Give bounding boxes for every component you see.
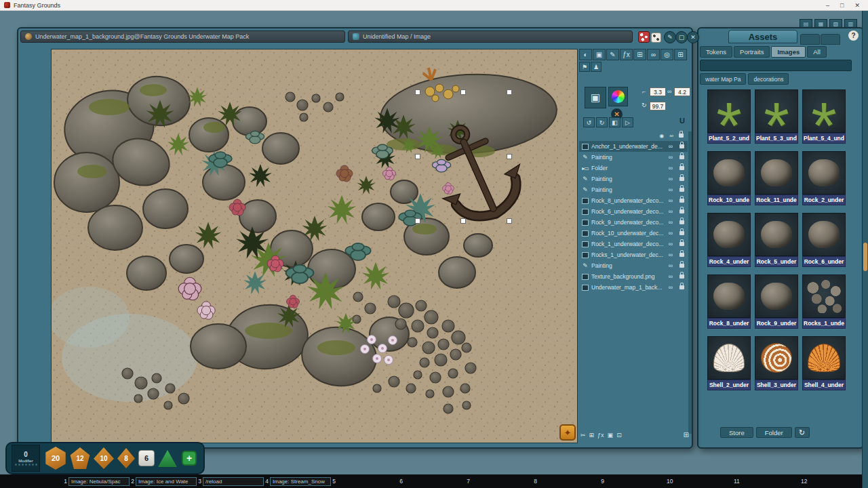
- hotbar-slot[interactable]: 4 Image: Stream_Snow: [264, 474, 331, 488]
- asset-item[interactable]: Rock_10_unde: [707, 151, 751, 205]
- layer-row[interactable]: Anchor_1_underwater_de...: [579, 141, 688, 152]
- visibility-column-icon[interactable]: ◉: [659, 133, 664, 139]
- aspect-link-icon[interactable]: ∞: [667, 88, 671, 95]
- layer-link-icon[interactable]: [666, 241, 675, 247]
- hotbar-slot[interactable]: 1 Image: Nebula/Spac: [62, 474, 130, 488]
- layer-row[interactable]: Folder: [579, 163, 688, 174]
- window-close-button[interactable]: ✕: [687, 31, 699, 43]
- tool-icon[interactable]: ⊞: [674, 49, 687, 60]
- assets-title-tab[interactable]: Assets: [728, 30, 797, 43]
- layer-row[interactable]: Underwater_map_1_back...: [579, 282, 688, 293]
- stamp-icon[interactable]: ⊡: [616, 432, 622, 439]
- assets-tab[interactable]: Portraits: [734, 46, 770, 58]
- hotbar-slot-label[interactable]: Image: Nebula/Spac: [68, 477, 130, 486]
- layer-lock-icon[interactable]: [679, 253, 684, 257]
- map-window-tab-source[interactable]: Underwater_map_1_background.jpg@Fantasy …: [20, 30, 345, 43]
- tool-icon[interactable]: ✎: [606, 49, 619, 60]
- window-edit-button[interactable]: ✎: [664, 31, 676, 43]
- assets-tab[interactable]: Tokens: [700, 46, 732, 58]
- layer-lock-icon[interactable]: [679, 285, 684, 289]
- map-canvas[interactable]: ✦: [51, 49, 578, 443]
- asset-item[interactable]: Rock_11_unde: [755, 151, 798, 205]
- asset-item[interactable]: Rock_4_under: [707, 213, 751, 267]
- cut-icon[interactable]: ✂: [580, 432, 586, 439]
- hotbar-slot[interactable]: 11: [734, 474, 801, 488]
- asset-item[interactable]: Shell_4_under: [802, 336, 846, 390]
- layer-row[interactable]: Rock_6_underwater_deco...: [579, 206, 688, 217]
- tool-icon[interactable]: ◎: [660, 49, 673, 60]
- layer-lock-icon[interactable]: [679, 264, 684, 268]
- asset-item[interactable]: Rocks_1_unde: [802, 274, 846, 329]
- asset-item[interactable]: Rock_6_under: [802, 213, 846, 267]
- assets-search-input[interactable]: [700, 60, 852, 71]
- map-window-tab-image[interactable]: Unidentified Map / Image: [348, 30, 633, 43]
- hotbar-slot[interactable]: 3 /reload: [197, 474, 264, 488]
- history-icon[interactable]: ↻: [596, 117, 608, 127]
- hotbar-slot[interactable]: 12: [801, 474, 868, 488]
- close-icon[interactable]: ✕: [854, 2, 860, 9]
- history-icon[interactable]: ↺: [583, 117, 595, 127]
- asset-item[interactable]: Rock_8_under: [707, 274, 751, 329]
- tool-icon[interactable]: ƒx: [620, 49, 633, 60]
- asset-item[interactable]: Rock_9_under: [755, 274, 798, 329]
- image-slot-icon[interactable]: ▣: [585, 87, 606, 108]
- breadcrumb-button[interactable]: decorations: [748, 73, 789, 85]
- image-layer-icon[interactable]: ▣: [608, 432, 614, 439]
- help-icon[interactable]: ?: [848, 30, 859, 41]
- hotbar-slot-label[interactable]: Image: Stream_Snow: [270, 477, 331, 486]
- layer-lock-icon[interactable]: [679, 199, 684, 203]
- die-button[interactable]: 12: [70, 447, 90, 469]
- hotbar-slot[interactable]: 5: [331, 474, 398, 488]
- lock-column-icon[interactable]: [679, 134, 684, 138]
- layer-link-icon[interactable]: [666, 143, 675, 150]
- layer-link-icon[interactable]: [666, 251, 675, 258]
- layer-link-icon[interactable]: [666, 273, 675, 280]
- layer-row[interactable]: Painting: [579, 260, 688, 271]
- layer-row[interactable]: Painting: [579, 184, 688, 195]
- minimize-icon[interactable]: –: [826, 2, 829, 9]
- layer-link-icon[interactable]: [666, 186, 675, 193]
- layer-lock-icon[interactable]: [679, 220, 684, 224]
- layer-link-icon[interactable]: [666, 219, 675, 226]
- tool-icon[interactable]: ♟: [591, 62, 601, 72]
- layer-lock-icon[interactable]: [679, 166, 684, 170]
- grid-toggle-icon[interactable]: ⊞: [684, 431, 689, 439]
- layer-row[interactable]: Texture_background.png: [579, 271, 688, 282]
- layer-lock-icon[interactable]: [679, 144, 684, 148]
- layer-lock-icon[interactable]: [679, 231, 684, 235]
- tool-icon[interactable]: ∞: [647, 49, 660, 60]
- asset-item[interactable]: Plant_5_2_und: [707, 89, 751, 144]
- layer-lock-icon[interactable]: [679, 242, 684, 246]
- hotbar-slot[interactable]: 6: [398, 474, 465, 488]
- layer-link-icon[interactable]: [666, 284, 675, 291]
- layer-list-scrollbar[interactable]: [688, 131, 692, 434]
- hotbar-slot[interactable]: 2 Image: Ice and Wate: [130, 474, 197, 488]
- asset-item[interactable]: Plant_5_3_und: [755, 89, 798, 144]
- refresh-icon[interactable]: ↻: [795, 427, 810, 438]
- maximize-icon[interactable]: □: [840, 2, 844, 9]
- layer-link-icon[interactable]: [666, 165, 675, 171]
- hotbar-slot[interactable]: 8: [532, 474, 599, 488]
- die-button[interactable]: 6: [138, 450, 155, 466]
- layer-link-icon[interactable]: [666, 230, 675, 237]
- width-field[interactable]: 3.3: [650, 87, 666, 96]
- history-icon[interactable]: ◧: [609, 117, 620, 127]
- store-button[interactable]: Store: [720, 427, 753, 438]
- modifier-box[interactable]: 0 Modifier: [12, 445, 40, 472]
- layer-link-icon[interactable]: [666, 176, 675, 182]
- asset-item[interactable]: Shell_2_under: [707, 336, 751, 390]
- rotation-field[interactable]: 99.7: [650, 102, 666, 110]
- compass-button[interactable]: ✦: [559, 424, 576, 441]
- folder-button[interactable]: Folder: [756, 427, 792, 438]
- tool-icon[interactable]: ◐: [579, 49, 592, 60]
- hotbar-slot[interactable]: 7: [465, 474, 532, 488]
- breadcrumb-button[interactable]: water Map Pa: [700, 73, 746, 85]
- assets-tab[interactable]: Images: [771, 46, 806, 58]
- die-button[interactable]: 10: [94, 447, 114, 469]
- asset-item[interactable]: Shell_3_under: [755, 336, 798, 390]
- layer-row[interactable]: Painting: [579, 174, 688, 184]
- history-icon[interactable]: ▷: [622, 117, 633, 127]
- red-die-icon[interactable]: [638, 31, 650, 43]
- layer-lock-icon[interactable]: [679, 177, 684, 181]
- layer-row[interactable]: Rock_8_underwater_deco...: [579, 195, 688, 206]
